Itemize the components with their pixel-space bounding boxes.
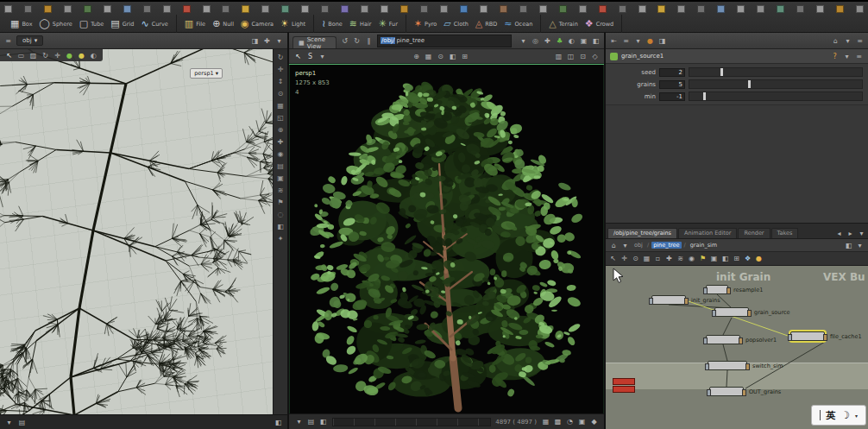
shelf-tab-icon[interactable] xyxy=(163,5,171,13)
shelf-tab-icon[interactable] xyxy=(301,5,309,13)
shelf-tool-button[interactable]: ≈Ocean xyxy=(501,18,535,29)
shelf-tab-icon[interactable] xyxy=(242,5,249,13)
view-control-icon[interactable]: ✛ xyxy=(275,64,286,74)
network-node[interactable]: file_cache1 xyxy=(790,331,825,341)
network-tool-icon[interactable]: ▣ xyxy=(709,254,719,263)
slider-handle[interactable] xyxy=(720,68,723,76)
network-tab[interactable]: Takes xyxy=(771,228,799,238)
shelf-tab-icon[interactable] xyxy=(816,5,824,13)
network-node[interactable]: init_grains xyxy=(651,295,686,305)
shelf-tab-icon[interactable] xyxy=(261,5,269,13)
shelf-tab-icon[interactable] xyxy=(579,5,587,13)
shelf-tab-icon[interactable] xyxy=(4,5,12,13)
shelf-tool-button[interactable]: ◉Camera xyxy=(238,18,276,29)
parameter-value-field[interactable]: 2 xyxy=(659,68,685,77)
parameter-slider[interactable] xyxy=(689,67,863,77)
viewport-tool-icon[interactable]: S xyxy=(305,52,315,61)
playbar-icon[interactable]: ◔ xyxy=(565,417,575,426)
shelf-tool-button[interactable]: ▱Cloth xyxy=(441,18,470,29)
shelf-tab-icon[interactable] xyxy=(638,5,646,13)
param-header-icon[interactable]: ≡ xyxy=(854,52,864,61)
shelf-tool-button[interactable]: ▥File xyxy=(182,18,208,29)
breadcrumb-segment[interactable]: pine_tree xyxy=(651,242,681,249)
network-tool-icon[interactable]: ◧ xyxy=(720,254,730,263)
shelf-tool-button[interactable]: ▢Tube xyxy=(77,18,107,29)
network-node[interactable]: grain_source xyxy=(714,307,749,317)
network-node[interactable]: OUT_grains xyxy=(709,387,744,396)
shelf-tab-icon[interactable] xyxy=(84,5,91,13)
shelf-tab-icon[interactable] xyxy=(104,5,111,13)
shelf-tab-icon[interactable] xyxy=(361,5,368,13)
view-control-icon[interactable]: ▣ xyxy=(275,173,286,183)
playbar-icon[interactable]: ▤ xyxy=(306,417,316,426)
network-tool-icon[interactable]: ↖ xyxy=(608,254,618,263)
param-header-icon[interactable]: ? xyxy=(830,52,840,61)
viewport-tool-icon[interactable]: ↖ xyxy=(293,52,303,61)
shelf-tab-icon[interactable] xyxy=(836,5,844,13)
pane-header-icon[interactable]: ≡ xyxy=(855,36,865,46)
playbar-icon[interactable]: ▾ xyxy=(294,417,304,426)
timeline-track[interactable] xyxy=(332,418,491,426)
shelf-tab-icon[interactable] xyxy=(657,5,665,13)
shelf-tab-icon[interactable] xyxy=(143,5,151,13)
bottombar-icon[interactable]: ▾ xyxy=(4,418,14,427)
view-control-icon[interactable]: ◱ xyxy=(275,112,286,123)
viewport-tool-icon[interactable]: ◇ xyxy=(590,52,600,61)
playbar-icon[interactable]: ◧ xyxy=(318,417,328,426)
pane-header-icon[interactable]: ◐ xyxy=(567,36,576,46)
shelf-tab-icon[interactable] xyxy=(677,5,685,13)
chevron-down-icon[interactable]: ▾ xyxy=(855,413,858,419)
network-tool-icon[interactable]: ● xyxy=(754,254,764,263)
playbar-icon[interactable]: ▣ xyxy=(577,417,587,426)
bottombar-icon[interactable]: ◧ xyxy=(274,418,283,427)
shelf-tab-icon[interactable] xyxy=(796,5,804,13)
slider-handle[interactable] xyxy=(703,92,706,100)
pane-header-icon[interactable]: ◨ xyxy=(657,36,667,46)
pane-header-icon[interactable]: ≡ xyxy=(621,36,631,46)
view-control-icon[interactable]: ≋ xyxy=(275,185,286,195)
network-tool-icon[interactable]: ⊞ xyxy=(732,254,741,263)
shelf-tab-icon[interactable] xyxy=(737,5,745,13)
net-path-icon[interactable]: ◧ xyxy=(844,241,853,250)
network-tool-icon[interactable]: ✛ xyxy=(620,254,629,263)
view-control-icon[interactable]: ⊕ xyxy=(275,124,286,135)
parameter-value-field[interactable]: -1 xyxy=(659,92,685,101)
shelf-tab-icon[interactable] xyxy=(539,5,547,13)
view-control-icon[interactable]: ◌ xyxy=(275,209,286,219)
shelf-tab-icon[interactable] xyxy=(321,5,329,13)
viewport-tool-icon[interactable]: ⊞ xyxy=(460,52,469,61)
playbar-icon[interactable]: ◆ xyxy=(589,417,599,426)
shelf-tool-button[interactable]: ❖Crowd xyxy=(582,18,616,29)
network-tool-icon[interactable]: ✚ xyxy=(664,254,674,263)
view-control-icon[interactable]: ✚ xyxy=(275,136,286,147)
parameter-slider[interactable] xyxy=(689,91,863,101)
viewport-tool-icon[interactable]: ◧ xyxy=(448,52,457,61)
shelf-tab-icon[interactable] xyxy=(480,5,487,13)
network-tool-icon[interactable]: ⊙ xyxy=(631,254,640,263)
pane-header-icon[interactable]: ⌂ xyxy=(831,36,840,46)
shelf-tab-icon[interactable] xyxy=(777,5,784,13)
scene-view-tab[interactable]: ▦ Scene View xyxy=(292,36,337,48)
viewport-tool-icon[interactable]: ⊙ xyxy=(436,52,445,61)
shelf-tab-icon[interactable] xyxy=(64,5,72,13)
network-tab[interactable]: Render xyxy=(738,228,770,238)
shelf-tab-icon[interactable] xyxy=(440,5,448,13)
viewport-tool-icon[interactable]: ● xyxy=(65,51,74,60)
shelf-tab-icon[interactable] xyxy=(460,5,468,13)
slider-handle[interactable] xyxy=(748,80,751,88)
shelf-tool-button[interactable]: ≋Hair xyxy=(347,18,374,29)
shelf-tab-icon[interactable] xyxy=(203,5,211,13)
parameter-slider[interactable] xyxy=(689,79,863,89)
network-tool-icon[interactable]: ≋ xyxy=(676,254,685,263)
viewport-tool-icon[interactable]: ⊡ xyxy=(578,52,588,61)
viewport-tool-icon[interactable]: ⊕ xyxy=(412,52,421,61)
shelf-tool-button[interactable]: ☀Light xyxy=(278,18,308,29)
shelf-tab-icon[interactable] xyxy=(500,5,507,13)
shelf-tool-button[interactable]: ✶Pyro xyxy=(412,18,440,29)
shelf-tab-icon[interactable] xyxy=(183,5,191,13)
pane-header-icon[interactable]: ◎ xyxy=(531,36,540,46)
view-control-icon[interactable]: ◧ xyxy=(275,221,286,231)
tab-nav-icon[interactable]: ▸ xyxy=(846,229,855,238)
pane-header-icon[interactable]: ▾ xyxy=(843,36,852,46)
breadcrumb-segment[interactable]: grain_sim xyxy=(689,242,719,249)
